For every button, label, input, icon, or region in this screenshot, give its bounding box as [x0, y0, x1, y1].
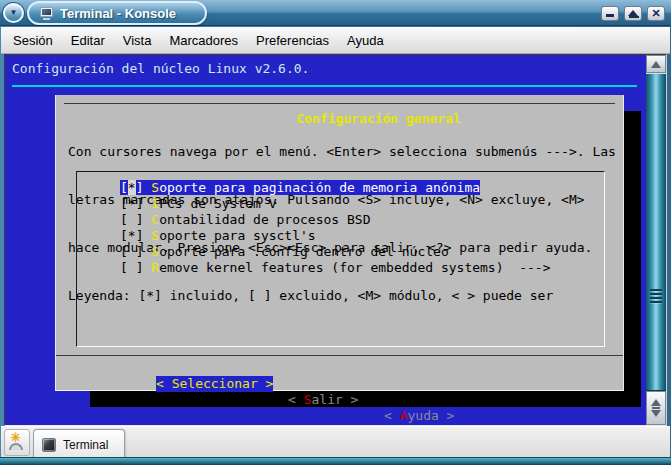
up-arrow-icon [651, 399, 661, 406]
minimize-button[interactable] [601, 6, 619, 21]
ayuda-button[interactable]: < Ayuda > [384, 408, 454, 424]
scrollbar[interactable] [646, 55, 666, 425]
window-menu-button[interactable]: ▼ [3, 3, 24, 23]
menu-vista[interactable]: Vista [114, 30, 161, 51]
menu-list-box: [*] Soporte para paginación de memoria a… [76, 171, 605, 347]
konsole-window: ▼ Terminal - Konsole ✕ Sesión Editar Vis… [0, 0, 671, 465]
close-button[interactable]: ✕ [647, 6, 665, 21]
scrollbar-grip [650, 289, 662, 304]
dialog-shadow [90, 391, 641, 407]
menu-item-paginacion[interactable]: [*] Soporte para paginación de memoria a… [120, 180, 480, 196]
terminal-frame: Configuración del núcleo Linux v2.6.0. C… [4, 54, 667, 426]
dialog-shadow [624, 111, 641, 407]
menuconfig-header: Configuración del núcleo Linux v2.6.0. [12, 61, 309, 77]
dialog-title: Configuración general [289, 111, 467, 126]
menu-marcadores[interactable]: Marcadores [160, 30, 247, 51]
tab-label: Terminal [63, 438, 108, 452]
instruction-line: Con cursores navega por el menú. <Enter>… [68, 144, 616, 160]
scroll-updown-button[interactable] [646, 391, 666, 425]
menuconfig-dialog: Configuración general Con cursores naveg… [55, 95, 624, 391]
session-tabbar: ✳ Terminal [1, 426, 670, 457]
salir-button[interactable]: < Salir > [288, 392, 358, 408]
menu-item-config-nucleo[interactable]: [ ] Soporte para .config dentro del núcl… [120, 244, 449, 260]
menu-item-ipcs[interactable]: [*] IPCs de System V [120, 196, 277, 212]
menubar: Sesión Editar Vista Marcadores Preferenc… [1, 27, 670, 54]
menu-item-sysctl[interactable]: [*] Soporte para sysctl's [120, 228, 316, 244]
new-session-button[interactable]: ✳ [4, 429, 30, 456]
maximize-button[interactable] [624, 6, 642, 21]
titlebar[interactable]: ▼ Terminal - Konsole ✕ [0, 0, 671, 26]
window-title: Terminal - Konsole [60, 6, 176, 21]
dialog-buttons: < Seleccionar > < Salir > < Ayuda > [56, 360, 623, 376]
cursor-cell: * [128, 180, 136, 195]
button-separator [56, 355, 623, 356]
konsole-monitor-icon [39, 7, 54, 20]
terminal-tab-icon [42, 438, 56, 452]
header-separator [12, 85, 637, 87]
scrollbar-thumb[interactable] [646, 73, 666, 391]
window-bottom-border [0, 457, 671, 465]
titlebar-pill: Terminal - Konsole [27, 1, 207, 25]
scroll-up-button[interactable] [646, 55, 666, 73]
menu-preferencias[interactable]: Preferencias [247, 30, 338, 51]
up-arrow-icon [651, 61, 661, 68]
menu-item-remove-features[interactable]: [ ] Remove kernel features (for embedded… [120, 260, 550, 276]
new-session-icon: ✳ [8, 432, 26, 452]
menu-caret-icon: ▼ [10, 8, 18, 17]
tab-terminal[interactable]: Terminal [33, 429, 125, 459]
menu-sesion[interactable]: Sesión [4, 30, 62, 51]
seleccionar-button[interactable]: < Seleccionar > [156, 376, 273, 392]
minimize-icon [606, 14, 614, 17]
menu-ayuda[interactable]: Ayuda [338, 30, 393, 51]
menu-item-contabilidad[interactable]: [ ] Contabilidad de procesos BSD [120, 212, 370, 228]
terminal-screen[interactable]: Configuración del núcleo Linux v2.6.0. C… [5, 55, 646, 425]
down-arrow-icon [651, 410, 661, 417]
close-icon: ✕ [651, 8, 660, 19]
dialog-title-row: Configuración general [64, 95, 615, 111]
menu-editar[interactable]: Editar [62, 30, 114, 51]
